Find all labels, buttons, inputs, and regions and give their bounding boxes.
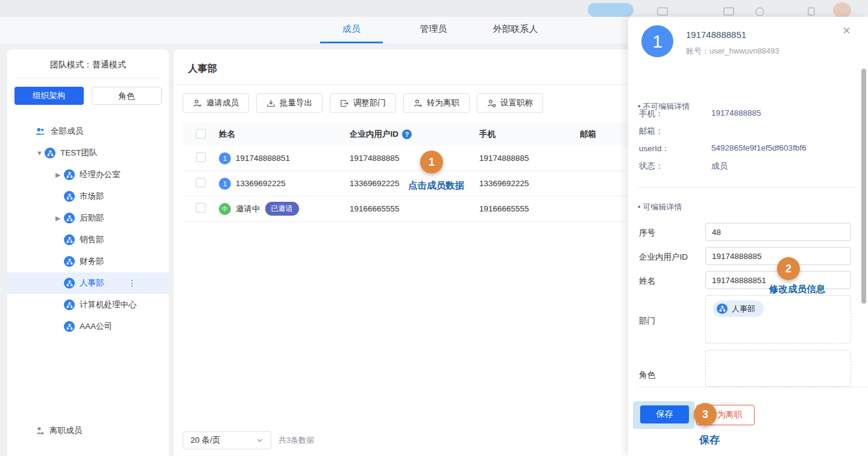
tree-item-label: 全部成员 [51,126,83,137]
tree-item-finance[interactable]: 财务部 [7,251,169,272]
tree-item-manager-office[interactable]: ▶ 经理办公室 [7,164,169,186]
tree-item-hr-selected[interactable]: 人事部 ⋮ [7,272,169,294]
app-root: 成员 管理员 外部联系人 团队模式：普通模式 组织架构 角色 全部成员 ▼ TE… [0,0,868,456]
tree-item-label: 销售部 [80,234,104,245]
org-icon [64,191,75,202]
person-setting-icon [487,99,496,108]
batch-export-button[interactable]: 批量导出 [256,93,322,113]
tab-members[interactable]: 成员 [320,17,383,43]
topbar-partial-icon[interactable] [657,7,668,16]
close-icon[interactable]: × [843,24,851,37]
tree-item-label: 人事部 [80,278,104,289]
annotation-label-2: 修改成员信息 [769,283,825,296]
set-title-button[interactable]: 设置职称 [477,93,543,113]
role-picker[interactable] [705,350,851,387]
org-icon [64,299,75,310]
field-label-phone: 手机： [639,108,664,119]
field-label-email: 邮箱： [639,126,664,137]
org-icon [64,169,75,180]
tree-item-test-team[interactable]: ▼ TEST团队 [7,142,169,164]
dept-chip[interactable]: 人事部 [713,301,764,317]
role-label: 角色 [639,370,655,381]
member-account: 账号：user_hwwuvn88493 [686,46,779,57]
field-value-phone: 19174888885 [711,108,761,117]
select-all-checkbox[interactable] [196,129,206,139]
roles-button[interactable]: 角色 [92,87,162,105]
member-name: 邀请中 [236,204,260,214]
field-value-userid: 5492865fe9f1ef5df603fbf6 [711,143,807,152]
resigned-members-item[interactable]: 离职成员 [7,420,169,442]
person-remove-icon [414,99,423,108]
person-leave-icon [35,426,45,436]
row-checkbox[interactable] [196,203,206,213]
row-checkbox[interactable] [196,178,206,187]
people-icon [35,126,45,137]
uid-label: 企业内用户ID [639,252,688,263]
tree-item-aaa-company[interactable]: AAA公司 [7,316,169,337]
org-icon [64,234,75,245]
annotation-step-2: 2 [777,257,800,280]
member-phone: 13369692225 [479,179,580,188]
divider [638,187,855,188]
name-label: 姓名 [639,276,655,287]
tab-admins[interactable]: 管理员 [402,17,465,43]
tree-item-label: 财务部 [80,256,104,267]
member-detail-name: 191748888851 [686,30,746,40]
chevron-down-icon [256,437,263,444]
tree-item-label: 市场部 [80,191,104,202]
field-value-status: 成员 [711,161,728,172]
topbar-partial-icon[interactable] [808,7,815,16]
transfer-icon [340,99,349,108]
invite-member-button[interactable]: 邀请成员 [183,93,249,113]
caret-right-icon[interactable]: ▶ [55,214,64,222]
tree-item-label: 经理办公室 [80,169,121,180]
member-detail-avatar: 1 [641,25,673,57]
panel-scrollbar[interactable] [861,69,866,304]
member-avatar: 1 [219,152,231,164]
caret-down-icon[interactable]: ▼ [36,149,45,157]
member-avatar: 1 [219,178,231,190]
adjust-department-button[interactable]: 调整部门 [330,93,396,113]
tree-item-marketing[interactable]: 市场部 [7,186,169,207]
topbar-partial-button[interactable] [588,3,634,17]
org-icon [64,278,75,289]
seq-input[interactable] [705,223,851,241]
tree-item-logistics[interactable]: ▶ 后勤部 [7,207,169,229]
tab-external-contacts[interactable]: 外部联系人 [473,17,558,43]
tree-item-label: 计算机处理中心 [80,299,137,310]
tree-item-computer-center[interactable]: 计算机处理中心 [7,294,169,316]
tree-item-sales[interactable]: 销售部 [7,229,169,251]
set-resigned-button[interactable]: 转为离职 [403,93,470,113]
team-mode-title: 团队模式：普通模式 [7,49,169,70]
org-structure-button[interactable]: 组织架构 [14,87,84,105]
tree-item-all-members[interactable]: 全部成员 [7,120,169,142]
save-button[interactable]: 保存 [640,405,689,423]
org-icon [64,213,75,223]
member-user-id: 19174888885 [350,154,479,163]
member-avatar: 中 [219,203,231,215]
dept-picker[interactable]: 人事部 [705,295,851,343]
more-options-icon[interactable]: ⋮ [128,278,136,288]
tree-item-label: 后勤部 [80,213,104,223]
org-icon [45,148,55,158]
topbar-partial-icon[interactable] [723,7,734,16]
invited-badge: 已邀请 [265,202,299,216]
user-avatar[interactable] [833,2,851,18]
member-user-id: 19166665555 [350,204,479,213]
caret-right-icon[interactable]: ▶ [55,171,64,179]
row-checkbox[interactable] [196,152,206,162]
help-icon[interactable]: ? [402,130,412,139]
annotation-label-3: 保存 [699,433,720,447]
field-label-userid: userId： [639,143,670,154]
editable-section-title: • 可编辑详情 [638,202,682,213]
field-label-status: 状态： [639,161,664,172]
org-icon [717,304,728,314]
org-icon [64,321,75,332]
divider [638,387,868,387]
page-size-select[interactable]: 20 条/页 [183,431,271,449]
member-phone: 19166665555 [479,204,580,213]
annotation-label-1: 点击成员数据 [408,180,464,192]
topbar-partial-icon[interactable] [755,7,764,16]
person-add-icon [193,99,202,108]
seq-label: 序号 [639,228,655,239]
